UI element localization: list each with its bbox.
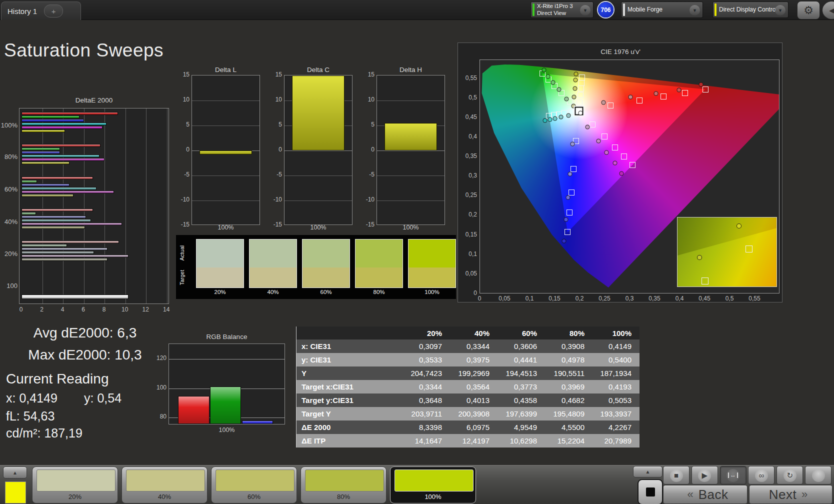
current-pattern-patch[interactable] [5,482,26,504]
actual-row-label: Actual [177,239,187,267]
pattern-button-60%[interactable]: 60% [211,466,297,504]
deltae-x-axis: 02468101214 [19,306,169,314]
deltae-group-40% [20,208,168,230]
cie-y-tick: 0,25 [458,192,477,198]
pattern-button-100%[interactable]: 100% [390,466,476,504]
cie-measured-marker-yellow [572,94,576,99]
collapse-panel-button[interactable]: ◀ [822,1,834,20]
cell-value: 0,3648 [402,396,450,404]
swatch-label: 20% [196,289,244,295]
pattern-nav-up-right-button[interactable]: ▲ [633,466,662,478]
gridline [146,108,146,304]
cie-target-marker-yellow [578,92,584,98]
meter-count-badge[interactable]: 706 [598,2,614,18]
loop-icon: ↻ [784,469,796,482]
cie-measured-marker-blue [562,238,566,243]
cell-value: 0,3908 [545,342,592,350]
next-button[interactable]: Next » [749,485,832,504]
table-row: ΔE ITP14,164712,419710,629815,220420,798… [296,434,640,448]
cie-measured-marker-red [677,88,682,92]
cell-value: 0,4441 [498,356,545,364]
control-dropdown[interactable]: Direct Display Control ▼ [712,2,788,18]
y-tick: 15 [174,71,190,78]
meter-mode: Direct View [537,10,573,17]
source-dropdown[interactable]: Mobile Forge ▼ [621,2,703,18]
actual-swatch [250,240,296,268]
stop-measure-button[interactable] [638,479,663,504]
chevron-down-icon: ▼ [580,5,590,16]
row-label: ΔE ITP [296,436,402,445]
back-button[interactable]: « Back [663,485,748,504]
deltae-y-axis: 100%80%60%40%20%100 [0,108,18,304]
deltae-x-tick: 6 [82,306,85,313]
row-label: Target y:CIE31 [296,396,402,404]
deltae-x-tick: 12 [142,306,149,313]
y-tick: -10 [174,196,190,203]
pattern-swatch [126,470,205,492]
target-row-label: Target [177,267,187,288]
deltae-bar-blue-80% [22,151,60,154]
cie-target-marker-blue [570,166,576,172]
tab-history-1[interactable]: History 1 [2,7,43,16]
pattern-nav-up-left-button[interactable]: ▲ [3,466,27,478]
loop-button[interactable]: ↻ [776,466,803,484]
gridline [63,108,64,304]
pattern-swatch [394,470,474,492]
cie-y-tick: 0,15 [458,231,477,238]
target-swatch [408,268,456,288]
plus-icon: + [52,7,56,16]
settings-button[interactable]: ⚙ [797,1,820,20]
deltae-group-label: 20% [0,250,18,258]
mini-x-label: 100% [284,224,352,231]
pattern-swatch [36,470,116,492]
cie-target-marker-yellow [578,86,584,92]
actual-target-strip: ActualTarget20%40%60%80%100% [176,235,456,299]
cie-y-tick: 0,55 [458,74,477,82]
single-step-button[interactable]: ↔ [720,466,746,484]
deltae-bar-cyan-60% [22,187,96,190]
cie-x-tick: 0,1 [526,295,534,302]
cie-x-tick: 0,45 [698,295,710,302]
target-swatch [250,268,296,288]
continuous-icon: ∞ [755,469,768,482]
cell-value: 0,3344 [402,382,450,391]
cell-value: 0,5400 [592,356,640,364]
table-row: Target y:CIE310,36480,40130,43580,46820,… [296,394,640,407]
cell-value: 0,4978 [545,356,592,364]
pattern-button-40%[interactable]: 40% [122,466,208,504]
y-tick: -5 [267,171,282,178]
mini-y-axis: 151050-5-10-15 [174,75,190,225]
cell-value: 20,7989 [592,436,640,445]
pattern-button-80%[interactable]: 80% [300,466,386,504]
deltae-bar-green-100% [22,116,80,118]
cie-y-tick: 0,5 [458,94,477,101]
gridline [284,176,352,176]
deltae-bar-magenta-100% [22,126,102,129]
pattern-button-20%[interactable]: 20% [32,466,118,504]
up-arrow-icon: ▲ [12,470,18,476]
cie-target-marker-red [608,102,614,108]
gridline [167,108,168,304]
cie-target-marker-red [702,86,708,92]
deltae-group-label: 100% [0,122,18,129]
stop-button[interactable]: ■ [663,466,690,484]
cell-value: 204,7423 [402,369,450,378]
deltae-chart [19,108,169,304]
continuous-button[interactable]: ∞ [748,466,774,484]
row-label: Target Y [296,410,402,418]
rgb-balance-chart [168,344,285,424]
blank-button[interactable] [805,466,832,484]
cie-chart-title: CIE 1976 u'v' [458,48,783,56]
gridline [377,176,444,176]
play-button[interactable]: ▶ [692,466,718,484]
table-header-60%: 60% [498,329,545,338]
rgb-x-label: 100% [168,426,285,434]
stop-square-icon [646,488,655,496]
meter-dropdown[interactable]: X-Rite i1Pro 3Direct View ▼ [530,2,594,18]
swatch-label: 80% [355,289,403,295]
add-tab-button[interactable]: + [44,4,63,18]
gridline [377,150,444,151]
deltae-x-tick: 10 [122,306,128,313]
table-row: y: CIE310,35330,39750,44410,49780,5400 [296,353,640,366]
cie-measured-marker-red [654,92,658,96]
